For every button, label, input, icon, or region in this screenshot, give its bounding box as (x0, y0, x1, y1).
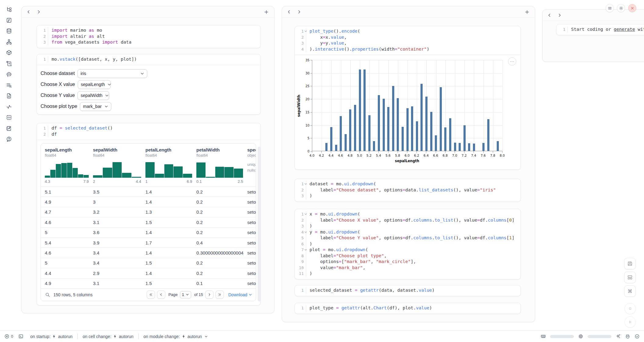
chevron-left-icon[interactable] (287, 9, 292, 14)
check-circle-icon[interactable] (635, 334, 640, 339)
column-histogram[interactable] (93, 161, 141, 178)
file-tree-icon[interactable] (6, 6, 12, 12)
table-row[interactable]: 4.931.40.2setos (41, 197, 256, 207)
sitemap-icon[interactable] (6, 39, 12, 45)
code-line[interactable]: 3) (295, 223, 521, 229)
fold-caret-icon[interactable] (304, 248, 307, 251)
code-line[interactable]: 2 x=x.value, (295, 34, 521, 41)
package-icon[interactable] (6, 50, 12, 55)
file-text-icon[interactable] (6, 93, 12, 99)
code-editor[interactable]: 1plot_type().encode(2 x=x.value,3 y=y.va… (295, 26, 521, 55)
code-line[interactable]: 8 label="Choose plot type", (295, 253, 521, 259)
chart-bar[interactable] (449, 118, 451, 151)
page-select[interactable]: 1 (180, 291, 191, 298)
run-button[interactable] (624, 316, 636, 328)
table-row[interactable]: 4.63.11.50.2setos (41, 217, 256, 227)
chart-bar[interactable] (335, 145, 337, 151)
column-histogram[interactable] (145, 161, 192, 178)
layout-button[interactable] (624, 272, 636, 283)
list-search-icon[interactable] (6, 82, 12, 88)
cell-plot-type[interactable]: 1plot_type = getattr(alt.Chart(df), plot… (295, 303, 521, 314)
code-line[interactable]: 11) (295, 271, 521, 277)
activity-icon[interactable] (6, 104, 12, 110)
code-editor[interactable]: 1 Start coding or generate with AI (556, 24, 644, 35)
table-row[interactable]: 4.93.11.50.1setos (41, 278, 256, 288)
chart-bar[interactable] (444, 127, 446, 151)
chart-bar[interactable] (473, 144, 475, 151)
cell-plot-encode[interactable]: 1plot_type().encode(2 x=x.value,3 y=y.va… (295, 26, 521, 170)
code-line[interactable]: 7plot = mo.ui.dropdown( (295, 247, 521, 253)
bot-icon[interactable] (625, 334, 630, 339)
add-cell-icon[interactable] (264, 9, 269, 15)
chart-bar[interactable] (497, 141, 499, 151)
chart-bar[interactable] (435, 135, 437, 151)
code-line[interactable]: 3 y=y.value, (295, 40, 521, 46)
chart-bar[interactable] (440, 87, 442, 151)
chart-bar[interactable] (416, 121, 418, 151)
chart-bar[interactable] (359, 69, 361, 151)
table-row[interactable]: 5.43.91.70.4setos (41, 237, 256, 248)
help-bubble-icon[interactable] (6, 136, 12, 142)
cell-vstack[interactable]: 1mo.vstack([dataset, x, y, plot]) Choose… (37, 54, 261, 115)
database-icon[interactable] (6, 28, 12, 34)
chevron-right-icon[interactable] (36, 9, 41, 14)
last-page-button[interactable] (216, 290, 224, 299)
terminal-button[interactable] (18, 334, 23, 339)
code-line[interactable]: 1plot_type().encode( (295, 28, 521, 34)
fold-caret-icon[interactable] (304, 213, 307, 216)
chart-bar[interactable] (363, 69, 366, 151)
code-line[interactable]: 1selected_dataset = getattr(data, datase… (295, 287, 521, 294)
code-editor[interactable]: 1plot_type = getattr(alt.Chart(df), plot… (295, 303, 521, 314)
code-line[interactable]: 3from vega_datasets import data (37, 39, 260, 45)
column-header[interactable]: speciobjecuniqunulls: (247, 147, 256, 184)
table-row[interactable]: 53.41.50.2setos (41, 258, 256, 268)
code-block-icon[interactable] (6, 115, 12, 120)
chart-bar[interactable] (468, 143, 470, 151)
first-page-button[interactable] (147, 290, 155, 299)
code-line[interactable]: 3) (295, 193, 521, 199)
chart-bar[interactable] (482, 143, 485, 151)
table-row[interactable]: 5.13.51.40.2setos (41, 187, 256, 197)
chart-bar[interactable] (420, 84, 423, 151)
prev-page-button[interactable] (157, 290, 165, 299)
function-square-icon[interactable] (6, 17, 12, 23)
notebook-pen-icon[interactable] (6, 126, 12, 131)
chart-bar[interactable] (383, 99, 385, 151)
chart-bar[interactable] (463, 125, 466, 151)
cell-xy-plot-dropdowns[interactable]: 1x = mo.ui.dropdown(2 label="Choose X va… (295, 209, 521, 280)
code-line[interactable]: 9 options=["mark_bar", "mark_circle"], (295, 259, 521, 265)
y-value-select[interactable]: sepalWidth (77, 91, 109, 100)
table-row[interactable]: 4.73.21.30.2setos (41, 207, 256, 217)
code-line[interactable]: 2import altair as alt (37, 34, 260, 40)
chart-bar[interactable] (402, 127, 404, 151)
code-line[interactable]: 2df (37, 131, 260, 137)
scratchpad-placeholder[interactable]: Start coding or generate with AI (567, 27, 644, 33)
code-line[interactable]: 1plot_type = getattr(alt.Chart(df), plot… (295, 305, 521, 311)
code-line[interactable]: 4).interactive().properties(width="conta… (295, 46, 521, 52)
chart-bar[interactable] (378, 95, 380, 151)
chart-actions-button[interactable]: ⋯ (508, 57, 516, 66)
code-line[interactable]: 6) (295, 241, 521, 247)
add-cell-icon[interactable] (524, 9, 530, 15)
chevron-left-icon[interactable] (26, 9, 31, 14)
column-header[interactable]: petalLengthfloat6416.9 (145, 147, 196, 184)
cell-selected-dataset[interactable]: 1selected_dataset = getattr(data, datase… (295, 285, 521, 296)
on-startup-setting[interactable]: on startup: autorun (25, 334, 77, 339)
chevron-right-icon[interactable] (297, 9, 302, 14)
code-editor[interactable]: 1x = mo.ui.dropdown(2 label="Choose X va… (295, 209, 521, 279)
chart-bar[interactable] (345, 134, 347, 151)
code-editor[interactable]: 1df = selected_dataset()2df (37, 123, 260, 140)
dataset-select[interactable]: iris (77, 69, 147, 78)
code-line[interactable]: 2 label="Choose X value", options=df.col… (295, 217, 521, 223)
chart-bar[interactable] (454, 143, 456, 151)
chart-bar[interactable] (411, 106, 413, 151)
plot-type-select[interactable]: mark_bar (80, 102, 111, 111)
fold-caret-icon[interactable] (304, 30, 307, 33)
cell-imports[interactable]: 1import marimo as mo2import altair as al… (37, 25, 261, 48)
scrollbar[interactable] (258, 147, 261, 301)
code-line[interactable]: 5 label="Choose Y value", options=df.col… (295, 235, 521, 241)
column-header[interactable]: petalWidthfloat640.12.5 (196, 147, 247, 184)
chart-bar[interactable] (349, 109, 351, 151)
chart-bar[interactable] (487, 119, 489, 151)
chart-bar[interactable] (406, 108, 409, 151)
